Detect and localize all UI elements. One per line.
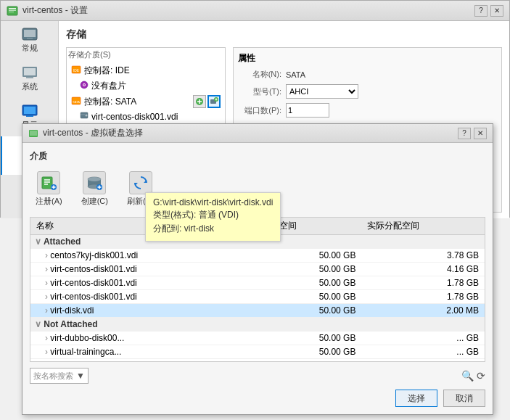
controller-sata[interactable]: SATA 控制器: SATA [68,94,223,110]
tooltip-attached: 分配到: virt-disk [153,223,273,235]
search-wrapper: 按名称搜索 ▼ [30,368,89,384]
create-btn[interactable]: 创建(C) [75,168,114,210]
svg-text:IDE: IDE [73,68,80,73]
svg-rect-8 [24,68,36,75]
sidebar-item-system[interactable]: 系统 [1,59,58,98]
row-virtual: 50.00 GB [239,304,362,318]
row-actual: 1.78 GB [361,290,485,304]
attr-type-select[interactable]: AHCI LsiLogic BusLogic [286,84,358,99]
title-left: virt-centos - 设置 [7,4,88,17]
create-label: 创建(C) [81,196,108,207]
col-header-actual: 实际分配空间 [361,218,485,235]
table-row[interactable]: › centos7kyj-disk001.vdi50.00 GB3.78 GB [30,249,485,263]
attr-name-value: SATA [286,70,305,79]
svg-rect-6 [27,38,33,39]
system-icon [21,65,38,80]
hdd-icon [80,111,89,122]
table-row[interactable]: › virtual-trainingca...50.00 GB... GB [30,345,485,359]
title-controls: ? ✕ [474,5,503,17]
sata-controller-icon: SATA [71,96,81,108]
row-virtual: 50.00 GB [239,345,362,359]
group-label: Attached [44,236,81,247]
create-icon [83,171,106,194]
select-btn[interactable]: 选择 [395,390,437,407]
no-disc-item[interactable]: 没有盘片 [68,78,223,94]
display-icon [21,104,38,118]
tooltip-popup: G:\virt-disk\virt-disk\virt-disk.vdi 类型(… [145,192,281,242]
general-icon [21,27,38,41]
row-virtual: 50.00 GB [239,276,362,290]
vhd-dialog: virt-centos - 虚拟硬盘选择 ? ✕ 介质 注册(A) 创建(C) [22,123,493,415]
dialog-title-left: virt-centos - 虚拟硬盘选择 [28,127,143,139]
dialog-controls: ? ✕ [458,128,487,139]
tooltip-type: 类型(格式): 普通 (VDI) [153,209,273,221]
dialog-body: 介质 注册(A) 创建(C) 刷新(R) [22,143,493,414]
dialog-help-btn[interactable]: ? [458,128,471,139]
row-virtual: 50.00 GB [239,332,362,345]
row-actual: 3.78 GB [361,249,485,263]
sidebar-item-general[interactable]: 常规 [1,21,58,59]
svg-rect-11 [24,107,36,114]
expand-icon: ∨ [35,236,44,247]
row-name: › virt-centos-disk001.vdi [30,263,239,276]
dropdown-arrow[interactable]: ▼ [76,371,85,381]
svg-rect-2 [9,10,16,11]
main-title-bar: virt-centos - 设置 ? ✕ [1,1,509,21]
attr-port-input[interactable] [286,103,329,118]
controller-ide[interactable]: IDE 控制器: IDE [68,63,223,78]
cancel-btn[interactable]: 取消 [443,390,485,407]
svg-point-46 [88,177,101,181]
virt-centos-disk-item[interactable]: virt-centos-disk001.vdi [68,110,223,123]
dialog-title: virt-centos - 虚拟硬盘选择 [43,127,143,139]
table-row[interactable]: › virt-centos-disk001.vdi50.00 GB1.78 GB [30,276,485,290]
row-name: › centos7kyj-disk001.vdi [30,249,239,263]
row-virtual: 50.00 GB [239,290,362,304]
dialog-title-bar: virt-centos - 虚拟硬盘选择 ? ✕ [22,124,493,143]
register-btn[interactable]: 注册(A) [30,168,68,210]
add-attachment-btn[interactable] [207,95,221,108]
dialog-app-icon [28,128,38,139]
table-row[interactable]: › virt-dubbo-disk00...50.00 GB... GB [30,332,485,345]
refresh-icon [129,171,152,194]
search-icon[interactable]: 🔍 [461,370,474,382]
group-label: Not Attached [44,319,97,329]
row-actual: 1.78 GB [361,276,485,290]
attr-name-label: 名称(N): [238,69,281,80]
table-row[interactable]: › virt-centos-disk001.vdi50.00 GB1.78 GB [30,290,485,304]
expand-icon: ∨ [35,319,44,329]
table-row[interactable]: › virt-centos-disk001.vdi50.00 GB4.16 GB [30,263,485,276]
svg-rect-3 [9,12,14,12]
help-button[interactable]: ? [474,5,488,17]
cd-icon [80,81,89,91]
row-name: › virt-disk.vdi [30,304,239,318]
svg-rect-5 [24,30,36,37]
tooltip-path: G:\virt-disk\virt-disk\virt-disk.vdi [153,197,273,207]
add-storage-btn[interactable] [193,95,206,108]
row-actual: 4.16 GB [361,263,485,276]
attr-type-label: 型号(T): [238,86,281,97]
row-virtual: 50.00 GB [239,263,362,276]
svg-rect-35 [30,131,37,136]
virt-centos-disk-label: virt-centos-disk001.vdi [91,112,178,122]
no-disc-label: 没有盘片 [91,80,126,92]
controller-icon: IDE [71,65,81,77]
sata-label: 控制器: SATA [84,96,136,108]
sidebar-label-system: 系统 [22,81,38,92]
table-row[interactable]: › virt-disk.vdi50.00 GB2.00 MB [30,304,485,318]
main-title: virt-centos - 设置 [22,4,88,17]
svg-rect-9 [26,77,33,78]
close-button[interactable]: ✕ [490,5,503,17]
row-name: › virtual-trainingca... [30,345,239,359]
dialog-close-btn[interactable]: ✕ [474,128,487,139]
row-name: › virt-centos-disk001.vdi [30,290,239,304]
group-header-1[interactable]: ∨ Not Attached [30,318,485,332]
dialog-buttons: 选择 取消 [30,390,485,407]
svg-marker-50 [144,180,147,183]
svg-rect-1 [9,8,16,9]
row-actual: ... GB [361,345,485,359]
clear-search-icon[interactable]: ⟳ [477,370,485,382]
attributes-title: 属性 [238,52,497,65]
svg-point-21 [83,84,85,86]
ide-label: 控制器: IDE [84,65,130,77]
register-icon [37,171,60,194]
